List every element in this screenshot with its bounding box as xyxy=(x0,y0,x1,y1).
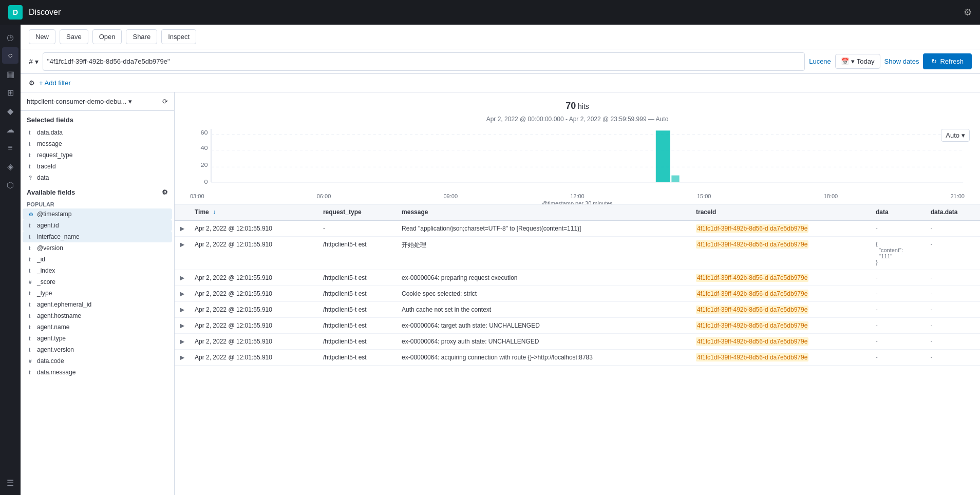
new-button[interactable]: New xyxy=(29,29,55,44)
field-name: _score xyxy=(37,278,166,285)
time-cell: Apr 2, 2022 @ 12:01:55.910 xyxy=(190,302,318,318)
available-field-item[interactable]: t_id xyxy=(23,254,172,265)
nav-discover[interactable]: ○ xyxy=(2,47,18,64)
settings-icon[interactable]: ⚙ xyxy=(964,7,972,18)
available-field-item[interactable]: t@version xyxy=(23,242,172,254)
inspect-button[interactable]: Inspect xyxy=(161,29,196,44)
refresh-icon: ↻ xyxy=(931,58,937,65)
selected-field-item[interactable]: ttraceId xyxy=(23,161,172,172)
auto-selector[interactable]: Auto ▾ xyxy=(941,129,970,142)
data-col-header[interactable]: data xyxy=(871,204,926,220)
available-field-item[interactable]: #data.code xyxy=(23,355,172,367)
filter-settings-icon[interactable]: ⚙ xyxy=(29,79,35,87)
available-field-item[interactable]: tagent.hostname xyxy=(23,310,172,321)
table-row: ▶ Apr 2, 2022 @ 12:01:55.910 /httpclient… xyxy=(175,286,980,302)
date-picker-button[interactable]: 📅 ▾ Today xyxy=(835,54,880,69)
available-field-item[interactable]: tagent.ephemeral_id xyxy=(23,299,172,310)
expand-cell[interactable]: ▶ xyxy=(175,220,190,237)
expand-cell[interactable]: ▶ xyxy=(175,334,190,350)
available-field-item[interactable]: tagent.version xyxy=(23,344,172,355)
expand-button[interactable]: ▶ xyxy=(180,241,184,248)
data-cell: - xyxy=(871,286,926,302)
traceid-col-header[interactable]: traceId xyxy=(691,204,871,220)
traceid-cell: 4f1fc1df-39ff-492b-8d56-d da7e5db979e xyxy=(691,334,871,350)
selected-field-item[interactable]: tmessage xyxy=(23,138,172,149)
nav-dashboard[interactable]: ⊞ xyxy=(2,84,18,101)
nav-ml[interactable]: ☁ xyxy=(2,121,18,138)
nav-recent[interactable]: ◷ xyxy=(2,29,18,45)
field-name: @timestamp xyxy=(37,211,166,218)
data-data-cell: - xyxy=(926,318,980,334)
available-field-item[interactable]: tinterface_name xyxy=(23,231,172,242)
expand-cell[interactable]: ▶ xyxy=(175,350,190,366)
expand-button[interactable]: ▶ xyxy=(180,225,184,232)
nav-apm[interactable]: ◈ xyxy=(2,158,18,175)
expand-button[interactable]: ▶ xyxy=(180,274,184,281)
selected-field-item[interactable]: ?data xyxy=(23,172,172,183)
available-field-item[interactable]: tagent.name xyxy=(23,321,172,333)
expand-cell[interactable]: ▶ xyxy=(175,318,190,334)
traceid-cell: 4f1fc1df-39ff-492b-8d56-d da7e5db979e xyxy=(691,302,871,318)
message-col-header[interactable]: message xyxy=(397,204,691,220)
available-field-item[interactable]: tagent.type xyxy=(23,333,172,344)
field-name: agent.name xyxy=(37,323,166,331)
selected-field-item[interactable]: trequest_type xyxy=(23,149,172,161)
expand-cell[interactable]: ▶ xyxy=(175,237,190,270)
index-pattern-selector[interactable]: httpclient-consumer-demo-debu... ▾ ⟳ xyxy=(21,92,174,111)
hits-label: hits xyxy=(578,102,589,110)
field-name: _type xyxy=(37,290,166,297)
field-type-badge: t xyxy=(29,223,34,229)
expand-cell[interactable]: ▶ xyxy=(175,302,190,318)
open-button[interactable]: Open xyxy=(92,29,122,44)
expand-button[interactable]: ▶ xyxy=(180,290,184,297)
expand-button[interactable]: ▶ xyxy=(180,306,184,313)
available-field-item[interactable]: #_score xyxy=(23,276,172,288)
expand-button[interactable]: ▶ xyxy=(180,354,184,361)
table-row: ▶ Apr 2, 2022 @ 12:01:55.910 /httpclient… xyxy=(175,302,980,318)
available-field-item[interactable]: tdata.message xyxy=(23,367,172,378)
query-input-wrapper[interactable]: "4f1fc1df-39ff-492b-8d56-dda7e5db979e" xyxy=(43,52,805,71)
table-header-row: Time ↓ request_type message traceId data… xyxy=(175,204,980,220)
nav-logs[interactable]: ≡ xyxy=(2,140,18,156)
body: httpclient-consumer-demo-debu... ▾ ⟳ Sel… xyxy=(21,92,980,495)
traceid-cell: 4f1fc1df-39ff-492b-8d56-d da7e5db979e xyxy=(691,220,871,237)
traceid-cell: 4f1fc1df-39ff-492b-8d56-d da7e5db979e xyxy=(691,286,871,302)
field-name: interface_name xyxy=(37,233,166,240)
search-bar: # ▾ "4f1fc1df-39ff-492b-8d56-dda7e5db979… xyxy=(21,49,980,74)
selected-field-item[interactable]: tdata.data xyxy=(23,127,172,138)
nav-canvas[interactable]: ◆ xyxy=(2,103,18,119)
expand-button[interactable]: ▶ xyxy=(180,322,184,329)
field-name: message xyxy=(37,140,166,147)
table-area[interactable]: Time ↓ request_type message traceId data… xyxy=(175,204,980,495)
field-type-badge: t xyxy=(29,347,34,353)
expand-button[interactable]: ▶ xyxy=(180,338,184,345)
nav-maps[interactable]: ⬡ xyxy=(2,177,18,193)
available-field-item[interactable]: t_index xyxy=(23,265,172,276)
field-name: data.message xyxy=(37,369,166,376)
available-field-item[interactable]: tagent.id xyxy=(23,220,172,231)
data-data-cell: - xyxy=(926,350,980,366)
available-fields-settings-icon[interactable]: ⚙ xyxy=(162,188,168,196)
field-name: agent.id xyxy=(37,222,166,229)
expand-cell[interactable]: ▶ xyxy=(175,286,190,302)
data-data-col-header[interactable]: data.data xyxy=(926,204,980,220)
time-col-header[interactable]: Time ↓ xyxy=(190,204,318,220)
show-dates-button[interactable]: Show dates xyxy=(884,58,919,65)
index-selector[interactable]: # ▾ xyxy=(29,58,39,66)
share-button[interactable]: Share xyxy=(126,29,157,44)
nav-more[interactable]: ☰ xyxy=(2,474,18,491)
save-button[interactable]: Save xyxy=(60,29,88,44)
chevron-down-icon: ▾ xyxy=(35,58,39,66)
hits-info: 70 hits xyxy=(185,101,970,111)
refresh-button[interactable]: ↻ Refresh xyxy=(923,53,972,69)
available-field-item[interactable]: t_type xyxy=(23,288,172,299)
expand-cell[interactable]: ▶ xyxy=(175,270,190,286)
field-type-badge: t xyxy=(29,336,34,341)
nav-visualize[interactable]: ▦ xyxy=(2,66,18,82)
available-field-item[interactable]: ⊙@timestamp xyxy=(23,208,172,220)
index-back-icon[interactable]: ⟳ xyxy=(162,98,168,105)
add-filter-button[interactable]: + Add filter xyxy=(39,79,71,87)
lucene-badge[interactable]: Lucene xyxy=(809,58,831,65)
request-type-col-header[interactable]: request_type xyxy=(318,204,397,220)
results-table: Time ↓ request_type message traceId data… xyxy=(175,204,980,366)
